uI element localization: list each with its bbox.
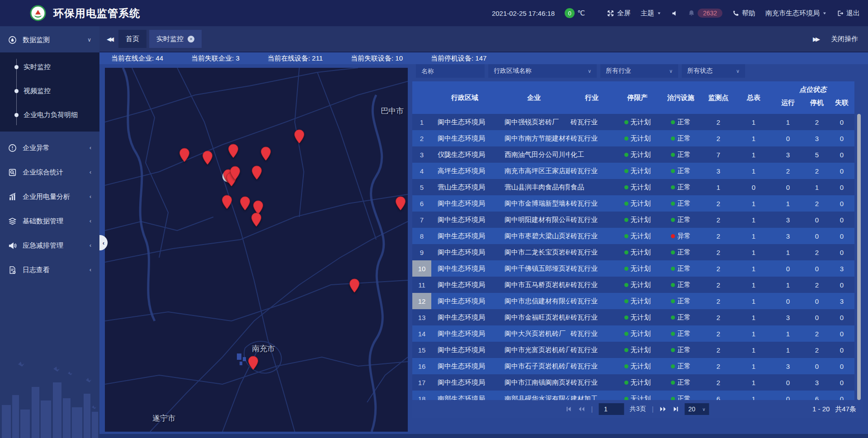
map-pin-icon[interactable] (349, 278, 360, 293)
tab-home[interactable]: 首页 (118, 30, 146, 48)
map-pin-icon[interactable] (248, 356, 259, 370)
cell-meter: 1 (736, 363, 771, 370)
close-operations-button[interactable]: 关闭操作 (831, 35, 858, 43)
map-pin-icon[interactable] (202, 151, 213, 165)
tab-close-icon[interactable]: × (188, 36, 194, 42)
sidebar-item-video-monitor[interactable]: 视频监控 (0, 79, 99, 103)
table-row[interactable]: 13阆中生态环境局阆中市金福旺页岩机砖砖瓦行业无计划正常21300 (412, 309, 854, 325)
temperature-unit: ℃ (577, 9, 585, 17)
page-size-select[interactable]: 20∨ (685, 403, 709, 415)
industry-select[interactable]: 所有行业∨ (600, 64, 678, 78)
table-row[interactable]: 4高坪生态环境局南充市高坪区王家店建砖瓦行业无计划正常31220 (412, 163, 854, 179)
tabs-scroll-right-icon[interactable]: ▶▶ (813, 36, 818, 42)
map-pin-icon[interactable] (228, 144, 239, 158)
cell-facility-status: 正常 (661, 134, 701, 143)
cell-region: 阆中生态环境局 (431, 232, 498, 240)
table-row[interactable]: 2阆中生态环境局阆中市南方节能建材有砖瓦行业无计划正常21030 (412, 130, 854, 146)
cell-region: 高坪生态环境局 (431, 167, 498, 175)
table-row[interactable]: 15阆中生态环境局阆中市光富页岩机砖厂砖瓦行业无计划正常21120 (412, 342, 854, 358)
cell-facility-status: 正常 (661, 118, 701, 127)
table-row[interactable]: 7阆中生态环境局阆中明阳建材有限公司砖瓦行业无计划正常21300 (412, 212, 854, 228)
table-row[interactable]: 18南部生态环境局南部县砚华水泥有限公建材加工无计划正常61060 (412, 391, 854, 400)
map-pin-icon[interactable] (251, 212, 262, 227)
map-panel[interactable]: 巴中市南充市遂宁市 (105, 68, 408, 432)
cell-region: 阆中生态环境局 (431, 378, 498, 387)
logout-button[interactable]: 退出 (837, 9, 860, 18)
table-row[interactable]: 9阆中生态环境局阆中市二龙长宝页岩砖砖瓦行业无计划正常21120 (412, 244, 854, 260)
cell-lost: 0 (829, 135, 854, 142)
name-search-input[interactable] (416, 64, 485, 78)
last-page-icon[interactable] (673, 406, 679, 412)
status-select[interactable]: 所有状态∨ (682, 64, 745, 78)
cell-region: 阆中生态环境局 (431, 216, 498, 224)
table-row[interactable]: 14阆中生态环境局阆中大兴页岩机砖厂砖瓦行业无计划正常21120 (412, 325, 854, 342)
notifications[interactable]: 2632 (688, 9, 722, 18)
cell-run: 1 (771, 330, 805, 338)
pagination-bar: | 共3页 | 20∨ 1 - 20 共47条 (412, 400, 863, 418)
cell-stop-status: 无计划 (614, 118, 661, 127)
help-button[interactable]: 帮助 (732, 9, 755, 18)
pagination-summary: 1 - 20 共47条 (812, 405, 863, 414)
table-row[interactable]: 8阆中生态环境局阆中市枣碧大梁山页岩砖瓦行业无计划异常21300 (412, 228, 854, 244)
table-row[interactable]: 3仪陇生态环境局西南油气田分公司川中化工无计划正常71350 (412, 146, 854, 163)
cell-index: 3 (412, 146, 431, 163)
cell-facility-status: 正常 (661, 183, 701, 192)
table-scrollbar[interactable] (857, 114, 861, 400)
sidebar-item-log-view[interactable]: 日志查看 ‹ (0, 260, 99, 280)
sidebar-item-emergency-reduction[interactable]: 应急减排管理 ‹ (0, 235, 99, 255)
cell-lost: 0 (829, 200, 854, 207)
map-pin-icon[interactable] (395, 196, 406, 211)
fullscreen-button[interactable]: 全屏 (607, 9, 631, 18)
chevron-down-icon: ▼ (822, 11, 827, 15)
cell-company: 阆中市江南镇阆南页岩 (498, 378, 570, 387)
cell-facility-status: 正常 (661, 378, 701, 387)
map-pin-icon[interactable] (251, 165, 262, 180)
table-row[interactable]: 6阆中生态环境局阆中市金博瑞新型墙材砖瓦行业无计划正常21120 (412, 195, 854, 212)
region-select[interactable]: 行政区域名称∨ (488, 64, 597, 78)
tabs-scroll-left-icon[interactable]: ◀◀ (107, 36, 112, 42)
table-row[interactable]: 12阆中生态环境局阆中市忠信建材有限公砖瓦行业无计划正常21003 (412, 293, 854, 309)
cell-run: 1 (771, 200, 805, 207)
map-city-label: 巴中市 (381, 106, 404, 116)
cell-run: 1 (771, 118, 805, 126)
mute-button[interactable] (671, 10, 678, 17)
map-pin-icon[interactable] (260, 146, 271, 161)
table-row[interactable]: 10阆中生态环境局阆中千佛镇五郎垭页岩砖瓦行业无计划正常21003 (412, 260, 854, 277)
sidebar-item-realtime-monitor[interactable]: 实时监控 (0, 55, 99, 79)
cell-meter: 1 (736, 281, 771, 289)
cell-run: 0 (771, 395, 805, 400)
cell-index: 15 (412, 342, 431, 358)
cell-run: 3 (771, 151, 805, 159)
page-number-input[interactable] (599, 403, 624, 415)
status-dot-icon (671, 185, 675, 189)
table-row[interactable]: 16阆中生态环境局阆中市石子页岩机砖厂砖瓦行业无计划正常21300 (412, 358, 854, 374)
sidebar-item-data-monitor[interactable]: 数据监测 ∨ (0, 30, 99, 50)
map-pin-icon[interactable] (294, 129, 305, 144)
cell-industry: 砖瓦行业 (570, 264, 614, 273)
cell-industry: 砖瓦行业 (570, 297, 614, 306)
theme-dropdown[interactable]: 主题▼ (641, 9, 661, 18)
cell-points: 2 (701, 265, 736, 273)
sidebar-item-base-data[interactable]: 基础数据管理 ‹ (0, 211, 99, 231)
sidebar-item-company-statistics[interactable]: 企业综合统计 ‹ (0, 162, 99, 182)
map-pin-icon[interactable] (230, 166, 241, 180)
map-pin-icon[interactable] (179, 148, 190, 162)
table-row[interactable]: 5营山生态环境局营山县润丰肉食品有限食品无计划正常10010 (412, 179, 854, 195)
cell-index: 4 (412, 163, 431, 179)
sidebar-item-company-abnormal[interactable]: 企业异常 ‹ (0, 138, 99, 158)
map-pin-icon[interactable] (240, 196, 250, 211)
cell-meter: 1 (736, 330, 771, 338)
user-dropdown[interactable]: 南充市生态环境局▼ (765, 9, 827, 18)
first-page-icon[interactable] (566, 406, 572, 412)
cell-stop-status: 无计划 (614, 183, 661, 192)
map-pin-icon[interactable] (222, 195, 232, 209)
prev-page-icon[interactable] (578, 406, 585, 412)
next-page-icon[interactable] (660, 406, 667, 412)
cell-facility-status: 正常 (661, 151, 701, 159)
sidebar-item-power-analysis[interactable]: 企业用电量分析 ‹ (0, 187, 99, 207)
sidebar-item-power-load-detail[interactable]: 企业电力负荷明细 (0, 103, 99, 127)
table-row[interactable]: 1阆中生态环境局阆中强锐页岩砖厂砖瓦行业无计划正常21120 (412, 114, 854, 130)
table-row[interactable]: 11阆中生态环境局阆中市五马桥页岩机砖砖瓦行业无计划正常21120 (412, 277, 854, 293)
table-row[interactable]: 17阆中生态环境局阆中市江南镇阆南页岩砖瓦行业无计划正常21030 (412, 374, 854, 391)
tab-realtime-monitor[interactable]: 实时监控 × (149, 30, 202, 48)
